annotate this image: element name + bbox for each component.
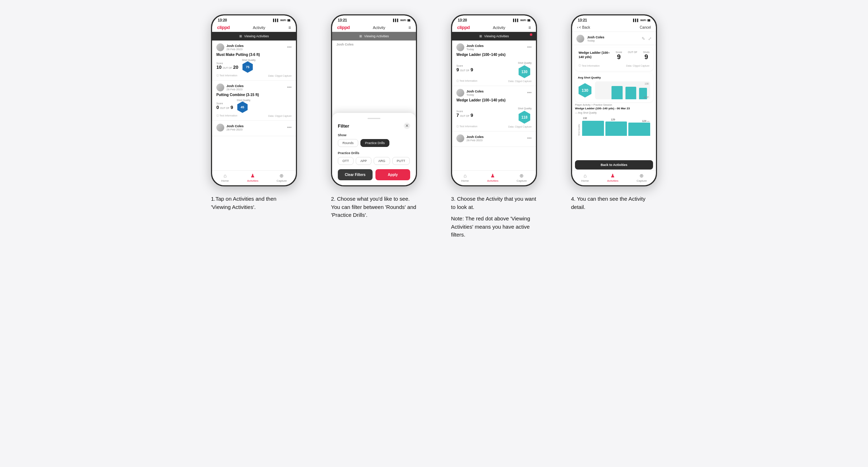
bottom-nav-1: ⌂ Home ♟ Activities ⊕ Capture (212, 170, 296, 185)
nav-capture-3[interactable]: ⊕ Capture (517, 173, 527, 182)
chip-arg-2[interactable]: ARG (374, 157, 390, 165)
home-icon-3: ⌂ (464, 173, 466, 178)
capture-icon-4: ⊕ (639, 173, 644, 178)
score-value-3-1: 9 (456, 67, 459, 72)
activity-card-1-1[interactable]: Josh Coles 28 Feb 2023 ••• Must Make Put… (212, 40, 296, 81)
dots-menu-3-1[interactable]: ••• (527, 45, 532, 50)
logo-3: clippd (457, 25, 470, 30)
stats-row-3-1: Score 9 OUT OF 9 Shot Quality 130 (456, 59, 532, 78)
dimmed-card-2: Josh Coles (332, 40, 416, 48)
capture-label-1: Capture (277, 179, 287, 182)
dots-menu-1-2[interactable]: ••• (287, 85, 292, 90)
avatar-1-1 (216, 43, 224, 51)
step-1-description: 1.Tap on Activities and then 'Viewing Ac… (211, 195, 297, 213)
sq-hex-1-2: 45 (237, 101, 248, 113)
user-info-3-3: Josh Coles 28 Feb 2023 (456, 134, 484, 142)
menu-icon-1[interactable]: ≡ (288, 25, 291, 30)
dots-menu-3-2[interactable]: ••• (527, 90, 532, 95)
chip-practice-drills-2[interactable]: Practice Drills (360, 139, 389, 147)
outof-3-1: OUT OF (460, 69, 469, 72)
chip-rounds-2[interactable]: Rounds (338, 139, 358, 147)
sq-hex-4: 130 (578, 83, 592, 97)
footer-right-3-1: Data: Clippd Capture (508, 80, 532, 82)
chip-putt-2[interactable]: PUTT (392, 157, 410, 165)
user-date-1-3: 28 Feb 2023 (226, 128, 244, 131)
expand-icon-4[interactable]: ⤢ (648, 36, 652, 41)
bar3-4 (628, 123, 650, 136)
user-info-3-2: Josh Coles Today (456, 89, 484, 97)
activity-card-3-1[interactable]: Josh Coles Today ••• Wedge Ladder (100–1… (452, 40, 536, 86)
battery-icon-4: ▮▮ (647, 19, 650, 22)
apply-button-2[interactable]: Apply (375, 169, 410, 180)
user-date-1-1: 28 Feb 2023 (226, 48, 244, 51)
phone-3-screen: 13:20 ▌▌▌ WiFi ▮▮ clippd Activity ≡ ⊞ (452, 15, 536, 185)
phone-2-screen: 13:21 ▌▌▌ WiFi ▮▮ clippd Activity ≡ ⊞ (332, 15, 416, 185)
nav-home-3[interactable]: ⌂ Home (461, 173, 469, 182)
step-4-text: 4. You can then see the Activity detail. (571, 195, 657, 211)
screen-content-3: Josh Coles Today ••• Wedge Ladder (100–1… (452, 40, 536, 163)
wifi-icon-4: WiFi (640, 19, 646, 22)
signal-icon-1: ▌▌▌ (273, 19, 279, 22)
nav-capture-4[interactable]: ⊕ Capture (637, 173, 647, 182)
screen-content-1: Josh Coles 28 Feb 2023 ••• Must Make Put… (212, 40, 296, 163)
nav-home-4[interactable]: ⌂ Home (581, 173, 589, 182)
bottom-nav-4: ⌂ Home ♟ Activities ⊕ Capture (572, 170, 656, 185)
back-activities-button-4[interactable]: Back to Activities (575, 160, 653, 170)
detail-header-4: Josh Coles Today ✎ ⤢ (572, 32, 656, 45)
close-button-2[interactable]: ✕ (404, 123, 410, 129)
signal-icon-2: ▌▌▌ (393, 19, 399, 22)
battery-icon-3: ▮▮ (527, 19, 530, 22)
nav-activities-3[interactable]: ♟ Activities (487, 173, 499, 182)
step-1-col: 13:20 ▌▌▌ WiFi ▮▮ clippd Activity ≡ ⊞ (201, 14, 307, 241)
wifi-icon-3: WiFi (520, 19, 526, 22)
status-bar-3: 13:20 ▌▌▌ WiFi ▮▮ (452, 15, 536, 23)
nav-home-1[interactable]: ⌂ Home (221, 173, 229, 182)
score-label-1-2: Score (216, 102, 233, 105)
phone-2: 13:21 ▌▌▌ WiFi ▮▮ clippd Activity ≡ ⊞ (331, 14, 417, 186)
activity-card-1-2[interactable]: Josh Coles 28 Feb 2023 ••• Putting Combi… (212, 81, 296, 121)
clear-filters-button-2[interactable]: Clear Filters (338, 169, 373, 180)
home-icon-1: ⌂ (224, 173, 226, 178)
viewing-banner-3[interactable]: ⊞ Viewing Activities (452, 32, 536, 40)
dots-menu-1-1[interactable]: ••• (287, 45, 292, 50)
avatar-1-3 (216, 124, 224, 132)
menu-icon-2[interactable]: ≡ (408, 25, 411, 30)
outof-label-4: OUT OF (628, 51, 637, 53)
home-label-3: Home (461, 179, 469, 182)
activity-card-3-2[interactable]: Josh Coles Today ••• Wedge Ladder (100–1… (452, 86, 536, 132)
nav-activities-1[interactable]: ♟ Activities (247, 173, 259, 182)
sq-hex-3-2: 118 (518, 111, 531, 124)
step-3-text-1: 3. Choose the Activity that you want to … (451, 195, 537, 211)
battery-icon-2: ▮▮ (407, 19, 410, 22)
chip-app-2[interactable]: APP (356, 157, 371, 165)
edit-icon-4[interactable]: ✎ (642, 36, 645, 41)
shots-label-4: Shots (643, 51, 649, 53)
cancel-button-4[interactable]: Cancel (640, 25, 651, 29)
activities-icon-3: ♟ (490, 173, 495, 178)
nav-capture-1[interactable]: ⊕ Capture (277, 173, 287, 182)
chip-ott-2[interactable]: OTT (338, 157, 354, 165)
banner-text-3: Viewing Activities (484, 34, 509, 38)
mini-chart-4: Shot Quality 132 129 124 — (575, 115, 653, 139)
activities-icon-1: ♟ (250, 173, 255, 178)
step-2-text: 2. Choose what you'd like to see. You ca… (331, 195, 417, 219)
user-date-4: Today (587, 39, 604, 42)
activity-card-1-3[interactable]: Josh Coles 28 Feb 2023 ••• (212, 121, 296, 136)
user-name-3-3: Josh Coles (466, 135, 484, 139)
menu-icon-3[interactable]: ≡ (528, 25, 531, 30)
activity-card-3-3[interactable]: Josh Coles 28 Feb 2023 ••• (452, 132, 536, 147)
activities-label-4: Activities (607, 179, 619, 182)
stat-block-sq-1-2: Shot Quality 45 (237, 99, 250, 113)
back-button-4[interactable]: ‹ < Back (577, 25, 590, 29)
dots-menu-3-3[interactable]: ••• (527, 136, 532, 141)
back-label-4: < Back (579, 25, 590, 29)
score-value-4: 9 (615, 53, 622, 61)
viewing-banner-1[interactable]: ⊞ Viewing Activities (212, 32, 296, 40)
shots-value-1-2: 9 (231, 105, 233, 110)
avatar-1-2 (216, 84, 224, 91)
dots-menu-1-3[interactable]: ••• (287, 125, 292, 130)
user-name-1-1: Josh Coles (226, 44, 244, 48)
nav-activities-4[interactable]: ♟ Activities (607, 173, 619, 182)
activity-title-4: Wedge Ladder (100–140 yds) (579, 51, 614, 59)
stat-block-sq-3-1: Shot Quality 130 (518, 59, 532, 78)
